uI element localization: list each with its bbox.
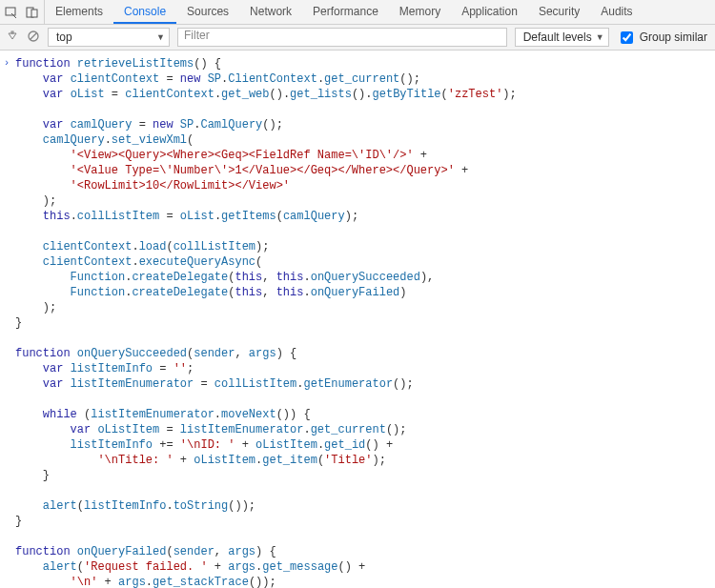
devtools-tabs: Elements Console Sources Network Perform…: [45, 0, 644, 24]
prompt-icon: ›: [0, 54, 13, 68]
code-block[interactable]: function retrieveListItems() { var clien…: [13, 54, 517, 588]
tab-network[interactable]: Network: [239, 0, 302, 24]
group-similar-checkbox[interactable]: [621, 31, 633, 44]
console-output: › function retrieveListItems() { var cli…: [0, 51, 715, 588]
tab-application[interactable]: Application: [451, 0, 528, 24]
svg-rect-0: [6, 8, 15, 15]
console-settings-icon[interactable]: [6, 30, 19, 46]
toolbar-left-icons: [0, 0, 45, 24]
svg-rect-2: [31, 10, 37, 17]
tab-memory[interactable]: Memory: [389, 0, 451, 24]
svg-line-5: [31, 32, 37, 39]
tab-console[interactable]: Console: [113, 0, 176, 24]
devtools-tabbar: Elements Console Sources Network Perform…: [0, 0, 715, 25]
group-similar-label: Group similar: [640, 30, 707, 44]
tab-performance[interactable]: Performance: [302, 0, 389, 24]
group-similar-toggle[interactable]: Group similar: [617, 29, 709, 47]
tab-security[interactable]: Security: [528, 0, 590, 24]
device-toggle-icon[interactable]: [25, 5, 40, 20]
chevron-down-icon: ▼: [156, 32, 165, 42]
context-selector-value: top: [56, 30, 72, 44]
console-toolbar: top ▼ Filter Default levels ▼ Group simi…: [0, 25, 715, 51]
filter-placeholder: Filter: [184, 29, 210, 42]
log-levels-label: Default levels: [523, 30, 592, 44]
log-levels-selector[interactable]: Default levels ▼: [515, 28, 609, 47]
clear-console-icon[interactable]: [27, 30, 40, 46]
console-input-entry: › function retrieveListItems() { var cli…: [0, 54, 715, 588]
tab-elements[interactable]: Elements: [45, 0, 113, 24]
tab-audits[interactable]: Audits: [590, 0, 643, 24]
chevron-down-icon: ▼: [596, 32, 604, 42]
filter-input[interactable]: Filter: [177, 28, 507, 47]
context-selector[interactable]: top ▼: [48, 28, 170, 47]
tab-sources[interactable]: Sources: [176, 0, 239, 24]
inspect-icon[interactable]: [4, 5, 19, 20]
svg-rect-3: [11, 31, 13, 33]
